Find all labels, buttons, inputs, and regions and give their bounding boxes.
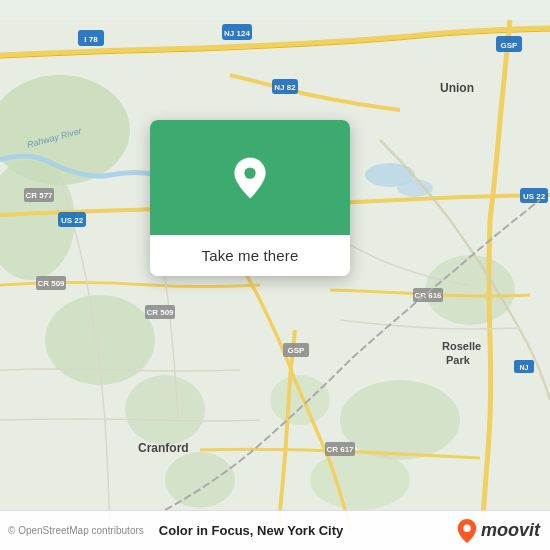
location-title: Color in Focus, New York City (159, 523, 343, 538)
svg-point-7 (270, 375, 330, 425)
svg-text:I 78: I 78 (84, 35, 98, 44)
svg-point-12 (397, 179, 433, 197)
svg-text:US 22: US 22 (523, 192, 546, 201)
svg-text:CR 509: CR 509 (37, 279, 65, 288)
svg-text:GSP: GSP (501, 41, 519, 50)
svg-text:NJ 82: NJ 82 (274, 83, 296, 92)
svg-text:Roselle: Roselle (442, 340, 481, 352)
map-container: Rahway River I (0, 0, 550, 550)
osm-attribution: © OpenStreetMap contributors (8, 525, 144, 536)
svg-text:CR 509: CR 509 (146, 308, 174, 317)
svg-point-44 (463, 524, 470, 531)
svg-point-8 (310, 450, 410, 510)
svg-text:CR 577: CR 577 (25, 191, 53, 200)
svg-text:CR 617: CR 617 (326, 445, 354, 454)
take-me-there-button[interactable]: Take me there (150, 235, 350, 276)
svg-point-5 (340, 380, 460, 460)
svg-point-9 (165, 452, 235, 508)
svg-text:Park: Park (446, 354, 471, 366)
svg-point-43 (244, 167, 255, 178)
svg-text:Cranford: Cranford (138, 441, 189, 455)
bottom-left: © OpenStreetMap contributors Color in Fo… (8, 523, 343, 538)
moovit-pin-icon (456, 518, 478, 544)
svg-text:US 22: US 22 (61, 216, 84, 225)
moovit-brand-text: moovit (481, 520, 540, 541)
location-pin-icon (228, 156, 272, 200)
svg-point-4 (125, 375, 205, 445)
location-card: Take me there (150, 120, 350, 276)
svg-text:Union: Union (440, 81, 474, 95)
card-map-area (150, 120, 350, 235)
bottom-bar: © OpenStreetMap contributors Color in Fo… (0, 510, 550, 550)
svg-text:GSP: GSP (288, 346, 306, 355)
svg-text:NJ: NJ (520, 364, 529, 371)
svg-text:NJ 124: NJ 124 (224, 29, 250, 38)
moovit-logo: moovit (456, 518, 540, 544)
